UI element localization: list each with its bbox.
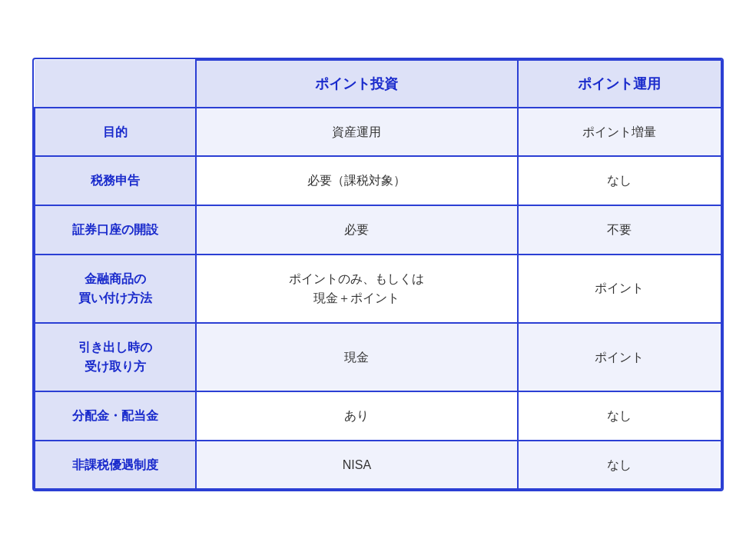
row-label: 引き出し時の 受け取り方 — [35, 323, 196, 391]
row-toshi-value: 必要（課税対象） — [196, 156, 518, 205]
row-label: 目的 — [35, 108, 196, 157]
row-label: 非課税優遇制度 — [35, 441, 196, 490]
row-label: 金融商品の 買い付け方法 — [35, 255, 196, 323]
table-row: 引き出し時の 受け取り方現金ポイント — [35, 323, 721, 391]
table-row: 目的資産運用ポイント増量 — [35, 108, 721, 157]
row-unyou-value: ポイント — [518, 323, 721, 391]
table-row: 分配金・配当金ありなし — [35, 391, 721, 441]
row-toshi-value: あり — [196, 391, 518, 441]
row-unyou-value: ポイント増量 — [518, 108, 721, 157]
header-toshi: ポイント投資 — [196, 60, 518, 108]
row-label: 証券口座の開設 — [35, 205, 196, 255]
row-label: 分配金・配当金 — [35, 391, 196, 441]
table-row: 証券口座の開設必要不要 — [35, 205, 721, 255]
comparison-table: ポイント投資 ポイント運用 目的資産運用ポイント増量税務申告必要（課税対象）なし… — [32, 58, 724, 491]
row-unyou-value: なし — [518, 441, 721, 490]
row-toshi-value: ポイントのみ、もしくは 現金＋ポイント — [196, 255, 518, 323]
table-row: 非課税優遇制度NISAなし — [35, 441, 721, 490]
header-unyou: ポイント運用 — [518, 60, 721, 108]
row-label: 税務申告 — [35, 156, 196, 205]
row-toshi-value: 必要 — [196, 205, 518, 255]
row-unyou-value: なし — [518, 391, 721, 441]
header-empty — [35, 60, 196, 108]
row-unyou-value: 不要 — [518, 205, 721, 255]
row-toshi-value: 現金 — [196, 323, 518, 391]
row-unyou-value: ポイント — [518, 255, 721, 323]
table-row: 金融商品の 買い付け方法ポイントのみ、もしくは 現金＋ポイントポイント — [35, 255, 721, 323]
row-toshi-value: 資産運用 — [196, 108, 518, 157]
table-row: 税務申告必要（課税対象）なし — [35, 156, 721, 205]
row-toshi-value: NISA — [196, 441, 518, 490]
row-unyou-value: なし — [518, 156, 721, 205]
